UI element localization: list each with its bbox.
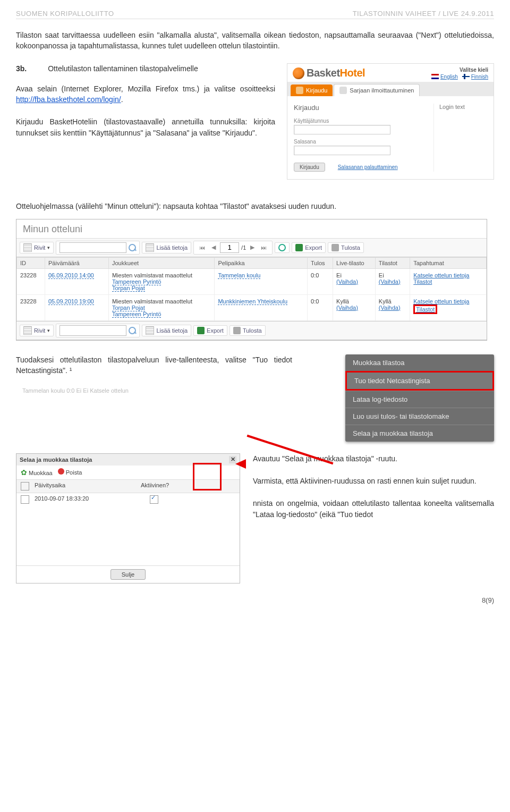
tab-sarjaan-ilmoittautuminen[interactable]: Sarjaan ilmoittautuminen bbox=[334, 84, 420, 96]
toolbar-top: Rivit▾ Lisää tietoja ⏮ ◀ /1 ▶ ⏭ Export T… bbox=[16, 239, 487, 257]
search-input[interactable] bbox=[60, 325, 126, 336]
form-icon bbox=[339, 87, 347, 94]
next-page-button[interactable]: ▶ bbox=[248, 244, 257, 251]
refresh-button[interactable] bbox=[275, 242, 290, 253]
ghost-background-row: Tammelan koulu 0:0 Ei Ei Katsele ottelun bbox=[16, 387, 329, 394]
flag-en-icon bbox=[431, 74, 439, 79]
venue-link[interactable]: Munkkiniemen Yhteiskoulu bbox=[218, 298, 287, 305]
panel-title: Minun otteluni bbox=[16, 219, 487, 239]
toolbar-bottom: Rivit▾ Lisää tietoja Export Tulosta bbox=[16, 321, 487, 340]
event-details-link[interactable]: Katsele ottelun tietoja bbox=[413, 272, 469, 278]
lang-english[interactable]: English bbox=[431, 74, 458, 80]
header-left: SUOMEN KORIPALLOLIITTO bbox=[16, 10, 114, 18]
header-right: TILASTOINNIN VAIHEET / LIVE 24.9.2011 bbox=[353, 10, 494, 18]
context-menu: Muokkaa tilastoa Tuo tiedot Netcastingis… bbox=[345, 354, 494, 442]
excel-icon bbox=[295, 244, 303, 251]
baskethotel-login-link[interactable]: http://fba.baskethotel.com/login/ bbox=[16, 95, 121, 104]
date-link[interactable]: 06.09.2010 14:00 bbox=[48, 272, 94, 279]
dialog-title: Selaa ja muokkaa tilastoja bbox=[20, 456, 92, 463]
varmista-text: Varmista, että Aktiivinen-ruudussa on ra… bbox=[253, 476, 494, 486]
row-checkbox[interactable] bbox=[21, 495, 29, 504]
lisaa-tietoja-button[interactable]: Lisää tietoja bbox=[142, 325, 191, 336]
footnote-text: nnista on ongelmia, voidaan ottelutilast… bbox=[253, 498, 494, 520]
list-icon bbox=[146, 243, 154, 252]
baskethotel-logo: BasketHotel bbox=[293, 67, 365, 79]
active-checkbox[interactable] bbox=[150, 495, 158, 504]
sulje-button[interactable]: Sulje bbox=[110, 569, 146, 580]
table-row: 23228 05.09.2010 19:00 Miesten valmistav… bbox=[17, 294, 487, 320]
cm-muokkaa-tilastoa[interactable]: Muokkaa tilastoa bbox=[345, 354, 494, 371]
gear-icon: ✿ bbox=[21, 468, 27, 477]
export-button[interactable]: Export bbox=[193, 325, 227, 336]
baskethotel-screenshot: BasketHotel Valitse kieli English Finnis… bbox=[287, 63, 494, 180]
tab-kirjaudu[interactable]: Kirjaudu bbox=[291, 84, 333, 96]
print-icon bbox=[332, 244, 339, 251]
browse-edit-dialog: Selaa ja muokkaa tilastoja ✕ ✿ Muokkaa P… bbox=[16, 453, 240, 583]
language-title: Valitse kieli bbox=[431, 67, 488, 73]
venue-link[interactable]: Tammelan koulu bbox=[218, 272, 260, 279]
team-link[interactable]: Torpan Pojat bbox=[112, 304, 145, 311]
page-number: 8(9) bbox=[16, 596, 494, 604]
label-username: Käyttäjätunnus bbox=[294, 118, 426, 124]
input-password[interactable] bbox=[294, 146, 390, 155]
pager: ⏮ ◀ /1 ▶ ⏭ bbox=[193, 241, 273, 255]
first-page-button[interactable]: ⏮ bbox=[197, 244, 207, 251]
date-link[interactable]: 05.09.2010 19:00 bbox=[48, 298, 94, 305]
label-password: Salasana bbox=[294, 139, 426, 145]
team-link[interactable]: Tampereen Pyrintö bbox=[112, 311, 161, 318]
search-input[interactable] bbox=[60, 242, 126, 253]
cm-lataa-log[interactable]: Lataa log-tiedosto bbox=[345, 391, 494, 408]
lisaa-tietoja-button[interactable]: Lisää tietoja bbox=[142, 242, 191, 253]
login-button[interactable]: Kirjaudu bbox=[294, 163, 325, 172]
search-icon[interactable] bbox=[129, 327, 136, 334]
list-icon bbox=[146, 326, 154, 335]
grid-icon bbox=[23, 243, 32, 252]
tilastot-link[interactable]: Tilastot bbox=[413, 278, 432, 285]
aktiivinen-highlight bbox=[193, 463, 222, 490]
search-icon[interactable] bbox=[129, 244, 136, 251]
flag-fi-icon bbox=[462, 74, 470, 79]
vaihda-link[interactable]: (Vaihda) bbox=[336, 304, 358, 311]
tilastot-link[interactable]: Tilastot bbox=[416, 306, 435, 312]
export-button[interactable]: Export bbox=[292, 242, 326, 253]
kirjaudu-paragraph: Kirjaudu BasketHoteliin (tilastovastaava… bbox=[16, 116, 275, 138]
event-details-link[interactable]: Katsele ottelun tietoja bbox=[413, 298, 469, 304]
team-link[interactable]: Tampereen Pyrintö bbox=[112, 278, 161, 285]
cm-luo-uusi[interactable]: Luo uusi tulos- tai tilastolomake bbox=[345, 408, 494, 425]
minun-otteluni-panel: Minun otteluni Rivit▾ Lisää tietoja ⏮ ◀ … bbox=[16, 219, 487, 341]
print-button[interactable]: Tulosta bbox=[230, 325, 266, 336]
refresh-icon bbox=[278, 244, 286, 251]
cm-tuo-netcasting[interactable]: Tuo tiedot Netcastingista bbox=[345, 371, 494, 391]
col-aktiivinen: Aktiivinen? bbox=[141, 482, 169, 490]
excel-icon bbox=[197, 327, 205, 334]
heading-3b: 3b. Ottelutilaston tallentaminen tilasto… bbox=[16, 63, 275, 74]
grid-icon bbox=[23, 326, 32, 335]
page-input[interactable] bbox=[220, 242, 239, 253]
avautuu-text: Avautuu "Selaa ja muokkaa tilastoja" -ru… bbox=[253, 453, 494, 464]
col-paivitysaika: Päivitysaika bbox=[35, 482, 141, 490]
muokkaa-button[interactable]: ✿ Muokkaa bbox=[21, 468, 53, 477]
cm-selaa-muokkaa[interactable]: Selaa ja muokkaa tilastoja bbox=[345, 425, 494, 442]
team-link[interactable]: Torpan Pojat bbox=[112, 285, 145, 292]
login-text-aside: Login text bbox=[434, 104, 487, 172]
input-username[interactable] bbox=[294, 125, 390, 134]
vaihda-link[interactable]: (Vaihda) bbox=[379, 304, 401, 311]
header-checkbox[interactable] bbox=[21, 482, 29, 490]
vaihda-link[interactable]: (Vaihda) bbox=[379, 278, 401, 285]
rivit-dropdown[interactable]: Rivit▾ bbox=[20, 325, 54, 336]
password-recovery-link[interactable]: Salasanan palauttaminen bbox=[338, 164, 398, 170]
row-time: 2010-09-07 18:33:20 bbox=[35, 495, 141, 505]
table-row: 23228 06.09.2010 14:00 Miesten valmistav… bbox=[17, 268, 487, 294]
prev-page-button[interactable]: ◀ bbox=[209, 244, 218, 251]
print-icon bbox=[233, 327, 241, 334]
poista-button[interactable]: Poista bbox=[58, 468, 82, 477]
search-group bbox=[56, 241, 140, 255]
print-button[interactable]: Tulosta bbox=[328, 242, 364, 253]
lang-finnish[interactable]: Finnish bbox=[462, 74, 488, 80]
rivit-dropdown[interactable]: Rivit▾ bbox=[20, 242, 54, 253]
basketball-icon bbox=[293, 67, 304, 79]
import-instruction: Tuodaksesi ottelutilaston tilastopalvelu… bbox=[16, 354, 292, 376]
last-page-button[interactable]: ⏭ bbox=[259, 244, 269, 251]
table-header-row: ID Päivämäärä Joukkueet Pelipaikka Tulos… bbox=[17, 257, 487, 268]
vaihda-link[interactable]: (Vaihda) bbox=[336, 278, 358, 285]
